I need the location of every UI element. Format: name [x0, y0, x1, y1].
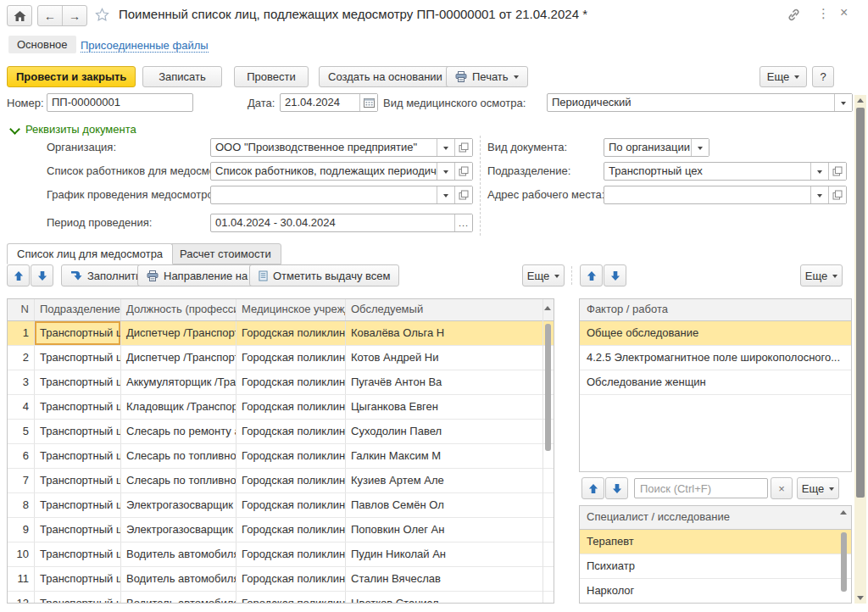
- number-field[interactable]: ПП-00000001: [47, 93, 193, 112]
- open-button[interactable]: [828, 163, 846, 180]
- collapse-chevron-icon[interactable]: [9, 124, 20, 135]
- back-icon: ←: [44, 9, 56, 23]
- exam-type-field[interactable]: Периодический: [547, 93, 853, 112]
- post-button[interactable]: Провести: [234, 66, 309, 87]
- favorite-star-icon[interactable]: [95, 8, 109, 24]
- specialist-row[interactable]: Психиатр: [580, 554, 851, 579]
- more-button-toolbar[interactable]: Еще: [760, 66, 807, 87]
- open-button[interactable]: [828, 186, 846, 203]
- move-down-button[interactable]: [31, 264, 53, 287]
- exam-type-label: Вид медицинского осмотра:: [383, 97, 526, 109]
- people-table-row[interactable]: 1 Транспортный цех Диспетчер /Транспортн…: [8, 321, 554, 346]
- window-scrollbar-thumb[interactable]: [856, 108, 865, 498]
- attached-files-link[interactable]: Присоединенные файлы: [81, 39, 209, 53]
- specialist-row[interactable]: Нарколог: [580, 579, 851, 604]
- people-table-row[interactable]: 7 Транспортный цех... Слесарь по топливн…: [8, 469, 554, 493]
- home-button[interactable]: [7, 5, 32, 26]
- search-clear-button[interactable]: ×: [771, 477, 793, 499]
- workers-list-field[interactable]: Список работников, подлежащих периодичес: [210, 162, 473, 181]
- print-button[interactable]: Печать: [446, 66, 528, 87]
- people-table-row[interactable]: 2 Транспортный цех Диспетчер /Транспортн…: [8, 346, 554, 370]
- write-button[interactable]: Записать: [142, 66, 222, 87]
- back-button[interactable]: ←: [38, 6, 62, 25]
- factor-row[interactable]: Общее обследование: [580, 321, 851, 346]
- dropdown-button[interactable]: [691, 139, 709, 156]
- chevron-down-icon: [514, 75, 519, 79]
- search-input[interactable]: [634, 478, 768, 498]
- people-table-row[interactable]: 11 Транспортный цех... Водитель автомоби…: [8, 567, 554, 592]
- help-button[interactable]: ?: [812, 66, 834, 87]
- people-table-row[interactable]: 5 Транспортный цех... Слесарь по ремонту…: [8, 420, 554, 444]
- chevron-down-icon: [698, 147, 703, 150]
- factor-move-up-button[interactable]: [580, 264, 603, 287]
- period-picker-button[interactable]: ...: [454, 214, 472, 231]
- date-field[interactable]: 21.04.2024: [280, 93, 378, 112]
- more-button-specialists[interactable]: Еще: [797, 477, 839, 499]
- scroll-down-button[interactable]: [854, 593, 866, 604]
- people-table-row[interactable]: 12 Транспортный цех... Водитель автомоби…: [8, 592, 554, 604]
- specialist-move-up-button[interactable]: [581, 477, 604, 499]
- people-table-row[interactable]: 6 Транспортный цех... Слесарь по топливн…: [8, 444, 554, 469]
- specialists-table-header[interactable]: Специалист / исследование: [580, 506, 851, 530]
- dropdown-button[interactable]: [437, 186, 454, 203]
- col-position[interactable]: Должность (профессия): [121, 299, 236, 320]
- factor-row[interactable]: Обследование женщин: [580, 370, 851, 395]
- history-nav: ← →: [37, 5, 87, 26]
- date-label: Дата:: [248, 97, 275, 109]
- people-table-row[interactable]: 9 Транспортный цех... Электрогазосварщик…: [8, 518, 554, 542]
- open-button[interactable]: [454, 186, 472, 203]
- dropdown-button[interactable]: [810, 186, 828, 203]
- schedule-field[interactable]: [210, 186, 473, 204]
- open-button[interactable]: [454, 163, 472, 180]
- post-and-close-button[interactable]: Провести и закрыть: [7, 66, 136, 87]
- col-n[interactable]: N: [8, 299, 35, 320]
- get-link-icon[interactable]: [787, 8, 801, 25]
- arrow-up-icon: [14, 270, 24, 281]
- specialists-table: Специалист / исследование ТерапевтПсихиа…: [579, 505, 852, 604]
- requisites-section-title[interactable]: Реквизиты документа: [25, 123, 136, 136]
- more-button-people[interactable]: Еще: [522, 264, 565, 287]
- people-table-row[interactable]: 3 Транспортный цех... Аккумуляторщик /Тр…: [8, 370, 554, 395]
- doc-kind-field[interactable]: По организации: [604, 138, 709, 157]
- tab-main[interactable]: Основное: [8, 36, 76, 53]
- scroll-up-button[interactable]: [854, 95, 866, 106]
- people-table-row[interactable]: 10 Транспортный цех... Водитель автомоби…: [8, 542, 554, 567]
- chevron-down-icon: [794, 75, 799, 79]
- factor-move-down-button[interactable]: [604, 264, 626, 287]
- period-field[interactable]: 01.04.2024 - 30.04.2024 ...: [210, 214, 473, 232]
- department-field[interactable]: Транспортный цех: [604, 162, 847, 181]
- mark-issue-button[interactable]: Отметить выдачу всем: [249, 264, 399, 287]
- create-based-on-button[interactable]: Создать на основании: [319, 66, 462, 87]
- chevron-down-icon: [841, 102, 846, 105]
- open-button[interactable]: [454, 139, 472, 156]
- scroll-up-icon[interactable]: [840, 510, 847, 515]
- people-scrollbar-thumb[interactable]: [545, 324, 551, 451]
- org-field[interactable]: ООО "Производственное предприятие": [210, 138, 473, 157]
- address-field[interactable]: [604, 186, 847, 204]
- forward-button[interactable]: →: [62, 6, 86, 25]
- dropdown-button[interactable]: [810, 163, 828, 180]
- dropdown-button[interactable]: [437, 163, 454, 180]
- scroll-up-icon[interactable]: [544, 306, 551, 310]
- factors-table-header[interactable]: Фактор / работа: [580, 299, 851, 321]
- specialist-row[interactable]: Терапевт: [580, 530, 851, 554]
- factor-row[interactable]: 4.2.5 Электромагнитное поле широкополосн…: [580, 346, 851, 370]
- menu-kebab-icon[interactable]: ⋮: [817, 7, 830, 20]
- dropdown-button[interactable]: [437, 139, 454, 156]
- tab-cost-calc[interactable]: Расчет стоимости: [170, 243, 281, 264]
- people-table-row[interactable]: 4 Транспортный цех... Кладовщик /Транспо…: [8, 395, 554, 420]
- col-med-org[interactable]: Медицинское учреждение: [236, 299, 346, 320]
- col-department[interactable]: Подразделение: [35, 299, 121, 320]
- printer-icon: [455, 71, 467, 82]
- people-table-row[interactable]: 8 Транспортный цех... Электрогазосварщик…: [8, 493, 554, 518]
- tab-people-list[interactable]: Список лиц для медосмотра: [7, 243, 173, 264]
- close-icon[interactable]: ×: [840, 6, 848, 19]
- col-person[interactable]: Обследуемый: [346, 299, 554, 320]
- specialists-scrollbar-thumb[interactable]: [841, 532, 847, 592]
- calendar-button[interactable]: [359, 94, 377, 111]
- dropdown-button[interactable]: [834, 94, 852, 111]
- specialist-move-down-button[interactable]: [605, 477, 628, 499]
- more-button-factors[interactable]: Еще: [800, 264, 843, 287]
- move-up-button[interactable]: [7, 264, 30, 287]
- period-label: Период проведения:: [47, 216, 152, 229]
